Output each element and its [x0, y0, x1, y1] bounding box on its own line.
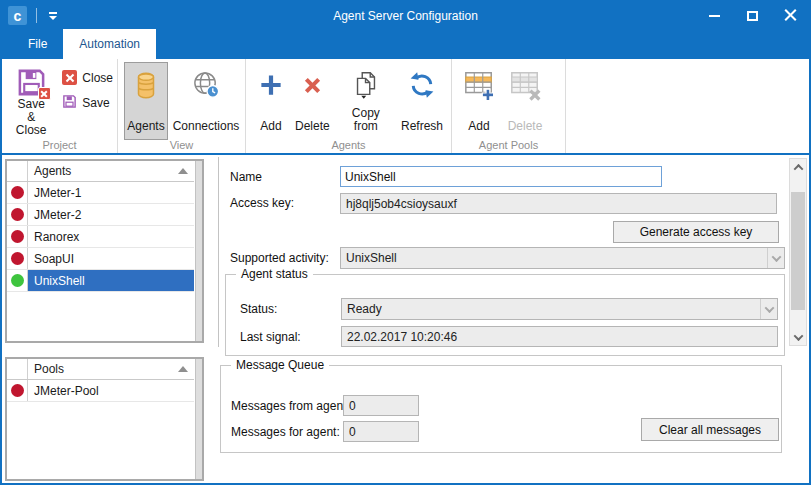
list-item[interactable]: SoapUI — [7, 248, 194, 270]
combo-dropdown-button[interactable] — [767, 248, 784, 268]
ribbon-empty-space — [566, 59, 809, 153]
agents-list-header[interactable]: Agents — [7, 161, 194, 182]
refresh-icon — [408, 67, 436, 103]
minimize-button[interactable] — [695, 2, 733, 29]
chevron-down-icon — [793, 331, 803, 341]
add-pool-label: Add — [468, 120, 489, 135]
status-value: Ready — [347, 302, 382, 316]
refresh-label: Refresh — [401, 120, 443, 135]
name-label: Name — [230, 170, 262, 184]
delete-agent-label: Delete — [295, 120, 330, 135]
ribbon: Save & Close Close Save — [2, 59, 809, 155]
view-agents-label: Agents — [127, 120, 164, 135]
agents-column-header: Agents — [28, 164, 178, 178]
database-icon — [131, 67, 161, 103]
messages-for-agent-label: Messages for agent: — [231, 425, 340, 439]
sort-ascending-icon — [178, 366, 188, 372]
group-label-agent-pools: Agent Pools — [452, 139, 565, 151]
refresh-button[interactable]: Refresh — [397, 62, 447, 140]
save-button[interactable]: Save — [62, 94, 113, 112]
list-item[interactable]: JMeter-Pool — [7, 380, 194, 402]
scroll-down-button[interactable] — [790, 329, 806, 345]
status-combo[interactable]: Ready — [341, 298, 778, 320]
status-cell — [7, 248, 28, 269]
save-label: Save — [82, 96, 109, 110]
copy-from-button[interactable]: Copy from — [335, 62, 397, 140]
maximize-button[interactable] — [733, 2, 771, 29]
agent-status-legend: Agent status — [236, 267, 313, 281]
scrollbar-thumb[interactable] — [791, 192, 805, 310]
messages-from-agent-field: 0 — [343, 395, 419, 416]
view-connections-label: Connections — [173, 120, 240, 135]
chevron-up-icon — [793, 163, 803, 173]
generate-access-key-button[interactable]: Generate access key — [613, 221, 779, 243]
status-column-header — [7, 359, 28, 379]
add-agent-button[interactable]: Add — [252, 62, 290, 140]
last-signal-field: 22.02.2017 10:20:46 — [341, 326, 778, 347]
save-and-close-button[interactable]: Save & Close — [8, 62, 54, 140]
messages-from-agent-label: Messages from agent: — [231, 399, 350, 413]
group-label-agents: Agents — [246, 139, 451, 151]
agents-list-scrollbar[interactable] — [195, 161, 202, 341]
copy-from-label: Copy from — [340, 107, 392, 135]
quick-access-separator — [36, 8, 37, 23]
copy-pages-icon — [350, 67, 382, 103]
tab-file[interactable]: File — [12, 29, 63, 59]
agent-status-groupbox: Agent status Status: Ready Last signal: … — [225, 274, 785, 356]
status-offline-icon — [11, 384, 24, 397]
save-close-icon — [16, 67, 47, 98]
list-item[interactable]: JMeter-2 — [7, 204, 194, 226]
app-icon[interactable]: c — [8, 6, 27, 25]
group-label-project: Project — [2, 139, 117, 151]
maximize-icon — [747, 11, 758, 21]
messages-for-agent-field: 0 — [343, 421, 419, 442]
agent-name: Ranorex — [28, 226, 194, 247]
title-bar: c Agent Server Configuration — [2, 2, 809, 29]
combo-dropdown-button[interactable] — [760, 299, 777, 319]
save-and-close-label: Save & Close — [13, 98, 49, 139]
globe-clock-icon — [191, 67, 222, 103]
form-panel-edge — [218, 157, 219, 347]
save-floppy-icon — [62, 94, 77, 112]
status-offline-icon — [11, 252, 24, 265]
status-offline-icon — [11, 230, 24, 243]
status-cell — [7, 226, 28, 247]
status-offline-icon — [11, 208, 24, 221]
ribbon-group-agents: Add Delete Copy from — [246, 59, 452, 153]
close-icon — [784, 9, 797, 22]
status-cell — [7, 270, 28, 291]
list-item-selected[interactable]: UnixShell — [7, 270, 194, 292]
status-label: Status: — [240, 302, 277, 316]
message-queue-groupbox: Message Queue Messages from agent: 0 Mes… — [220, 365, 782, 453]
ribbon-group-agent-pools: Add Delete Agent Pools — [452, 59, 566, 153]
list-item[interactable]: Ranorex — [7, 226, 194, 248]
chevron-down-icon — [764, 303, 774, 313]
add-pool-button[interactable]: Add — [458, 62, 500, 140]
delete-agent-button[interactable]: Delete — [290, 62, 335, 140]
close-project-button[interactable]: Close — [62, 70, 113, 85]
agents-list: Agents JMeter-1 JMeter-2 Ranorex SoapUI — [5, 159, 204, 343]
ribbon-group-view: Agents Connections View — [118, 59, 246, 153]
close-x-badge-icon — [38, 87, 51, 100]
minimize-icon — [709, 15, 720, 17]
chevron-down-icon — [771, 252, 781, 262]
content-area: Agents JMeter-1 JMeter-2 Ranorex SoapUI — [2, 155, 809, 483]
quick-access-customize-icon[interactable] — [46, 12, 60, 20]
list-item[interactable]: JMeter-1 — [7, 182, 194, 204]
agent-name: UnixShell — [28, 270, 194, 291]
clear-all-messages-button[interactable]: Clear all messages — [641, 418, 779, 441]
form-scrollbar[interactable] — [789, 158, 807, 346]
view-agents-button[interactable]: Agents — [124, 62, 168, 140]
pools-list-header[interactable]: Pools — [7, 359, 194, 380]
pools-list-scrollbar[interactable] — [195, 359, 202, 479]
supported-activity-combo[interactable]: UnixShell — [340, 247, 785, 269]
close-button[interactable] — [771, 2, 809, 29]
tab-automation[interactable]: Automation — [63, 29, 156, 59]
scroll-up-button[interactable] — [790, 159, 806, 175]
delete-x-icon — [299, 67, 326, 103]
add-plus-icon — [257, 67, 285, 103]
view-connections-button[interactable]: Connections — [168, 62, 244, 140]
delete-table-icon — [509, 67, 541, 103]
window-controls — [695, 2, 809, 29]
name-input[interactable] — [340, 166, 662, 187]
